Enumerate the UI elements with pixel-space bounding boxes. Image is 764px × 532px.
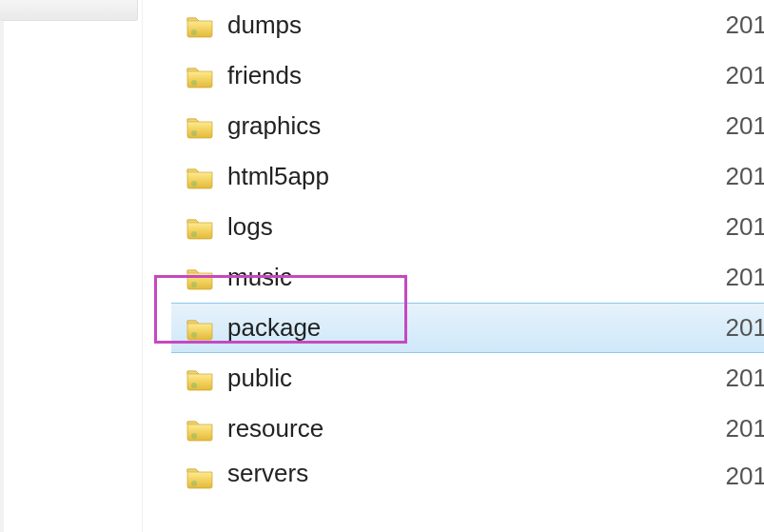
list-item[interactable]: resource 201 xyxy=(176,404,764,454)
folder-icon xyxy=(186,114,214,139)
folder-icon xyxy=(186,266,214,290)
item-date: 201 xyxy=(726,462,764,491)
svg-point-6 xyxy=(191,332,197,338)
list-item[interactable]: public 201 xyxy=(176,353,764,404)
item-date: 201 xyxy=(726,10,764,40)
list-item[interactable]: html5app 201 xyxy=(176,151,764,202)
svg-point-5 xyxy=(191,282,197,287)
item-date: 201 xyxy=(726,364,764,393)
folder-icon xyxy=(186,215,214,240)
item-date: 201 xyxy=(726,162,764,191)
item-name: html5app xyxy=(227,162,726,191)
file-list[interactable]: dumps 201 friends 201 graphics 201 html5… xyxy=(176,0,764,532)
svg-point-8 xyxy=(191,433,197,439)
svg-point-1 xyxy=(191,80,197,86)
list-item[interactable]: dumps 201 xyxy=(176,0,764,50)
folder-icon xyxy=(186,464,214,489)
folder-icon xyxy=(186,366,214,391)
svg-point-3 xyxy=(191,181,197,187)
item-date: 201 xyxy=(726,414,764,443)
navigation-pane[interactable] xyxy=(0,0,143,532)
item-date: 201 xyxy=(726,61,764,90)
svg-point-0 xyxy=(191,30,197,35)
item-name: dumps xyxy=(227,10,726,40)
list-item-selected[interactable]: package 201 xyxy=(171,303,764,353)
svg-point-7 xyxy=(191,383,197,388)
list-item[interactable]: graphics 201 xyxy=(176,101,764,151)
list-item[interactable]: servers 201 xyxy=(176,454,764,499)
item-date: 201 xyxy=(726,263,764,292)
item-name: graphics xyxy=(227,111,726,141)
item-name: package xyxy=(227,313,726,343)
folder-icon xyxy=(186,417,214,442)
folder-icon xyxy=(186,316,214,341)
item-name: public xyxy=(227,364,726,393)
list-item[interactable]: friends 201 xyxy=(176,50,764,101)
item-name: logs xyxy=(227,212,726,242)
list-item[interactable]: logs 201 xyxy=(176,202,764,252)
folder-icon xyxy=(186,13,214,38)
item-name: servers xyxy=(227,459,726,488)
list-item[interactable]: music 201 xyxy=(176,252,764,303)
svg-point-2 xyxy=(191,130,197,136)
svg-point-4 xyxy=(191,231,197,237)
folder-icon xyxy=(186,165,214,189)
item-name: friends xyxy=(227,61,726,90)
item-date: 201 xyxy=(726,313,764,343)
item-date: 201 xyxy=(726,212,764,242)
explorer-window: dumps 201 friends 201 graphics 201 html5… xyxy=(0,0,764,532)
svg-point-9 xyxy=(191,481,197,486)
item-date: 201 xyxy=(726,111,764,141)
item-name: resource xyxy=(227,414,726,443)
item-name: music xyxy=(227,263,726,292)
folder-icon xyxy=(186,64,214,89)
